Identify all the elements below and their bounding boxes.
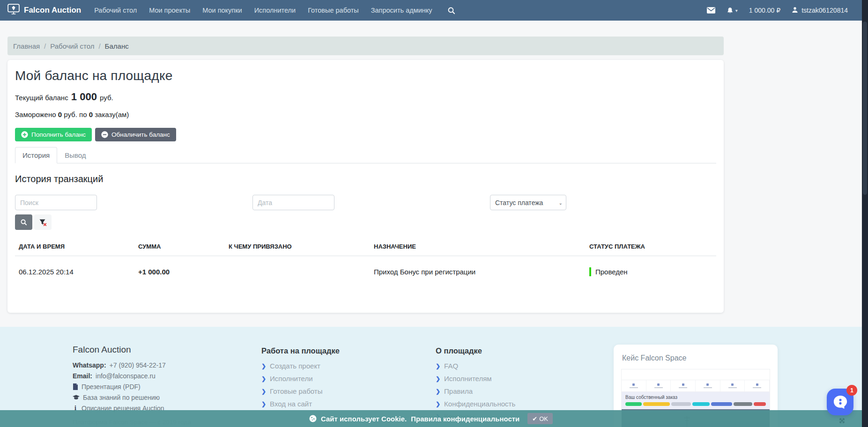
withdraw-balance-button[interactable]: Обналичить баланс: [95, 128, 176, 141]
link-faq[interactable]: FAQ: [444, 362, 458, 370]
list-item: ❯Исполнители: [261, 375, 436, 383]
filter-buttons: [15, 214, 716, 230]
cookie-banner: Сайт использует Cookie. Правила конфиден…: [0, 410, 862, 427]
brand[interactable]: Falcon Auction: [7, 4, 81, 17]
list-item: ❯Конфиденциальность: [436, 400, 614, 408]
list-item: ❯FAQ: [436, 362, 614, 370]
apply-search-button[interactable]: [15, 214, 32, 230]
nav-menu: Рабочий стол Мои проекты Мои покупки Исп…: [94, 7, 455, 15]
scrollbar[interactable]: [862, 0, 868, 427]
chevron-right-icon: ❯: [436, 375, 440, 382]
chevron-right-icon: ❯: [261, 363, 266, 369]
clear-filter-button[interactable]: [34, 214, 52, 230]
cookie-icon: [309, 415, 317, 422]
breadcrumb-current: Баланс: [105, 42, 129, 50]
mini-heading: Ваш собственный заказ: [625, 395, 766, 400]
nav-user[interactable]: tstzak06120814: [792, 7, 848, 15]
breadcrumb-desktop[interactable]: Рабочий стол: [50, 42, 94, 50]
mini-nav-item: [671, 380, 696, 391]
transactions-table: ДАТА И ВРЕМЯ СУММА К ЧЕМУ ПРИВЯЗАНО НАЗН…: [15, 237, 716, 287]
chevron-right-icon: ❯: [436, 363, 440, 369]
knowledge-base-link[interactable]: База знаний по решению: [83, 394, 160, 401]
brand-label: Falcon Auction: [24, 6, 81, 15]
link-performers[interactable]: Исполнители: [270, 375, 313, 383]
link-ready-works[interactable]: Готовые работы: [270, 387, 322, 395]
link-for-performers[interactable]: Исполнителям: [444, 375, 492, 383]
plus-circle-icon: [21, 131, 28, 138]
link-privacy[interactable]: Конфиденциальность: [444, 400, 515, 408]
nav-item-my-projects[interactable]: Мои проекты: [149, 7, 190, 14]
frozen-suffix: заказу(ам): [95, 110, 129, 118]
nav-item-desktop[interactable]: Рабочий стол: [94, 7, 137, 14]
frozen-balance-line: Заморожено 0 руб. по 0 заказу(ам): [15, 110, 716, 118]
tab-history[interactable]: История: [15, 147, 57, 163]
user-icon: [792, 7, 798, 15]
whatsapp-number[interactable]: +7 (920) 954-22-17: [110, 361, 166, 369]
cookie-ok-button[interactable]: ✔ OK: [527, 413, 553, 424]
mini-tag-pills: [625, 402, 766, 406]
breadcrumb-home[interactable]: Главная: [13, 42, 40, 50]
current-balance-currency: руб.: [100, 94, 113, 102]
balance-card: Мой баланс на площадке Текущий баланс 1 …: [7, 60, 724, 313]
nav-item-ready-works[interactable]: Готовые работы: [308, 7, 359, 14]
col-purpose: НАЗНАЧЕНИЕ: [370, 237, 586, 256]
nav-balance-value: 1 000.00 ₽: [749, 7, 780, 14]
balance-actions: Пополнить баланс Обналичить баланс: [15, 128, 716, 141]
topup-balance-button[interactable]: Пополнить баланс: [15, 128, 92, 141]
frozen-orders-count: 0: [89, 110, 93, 118]
list-item: ❯Исполнителям: [436, 375, 614, 383]
date-input[interactable]: [252, 195, 334, 210]
nav-item-performers[interactable]: Исполнители: [254, 7, 296, 14]
link-login[interactable]: Вход на сайт: [270, 400, 312, 408]
link-rules[interactable]: Правила: [444, 387, 473, 395]
notifications-bell-icon[interactable]: ▾: [727, 7, 738, 14]
mini-nav-item: [622, 380, 646, 391]
search-icon[interactable]: [447, 7, 455, 15]
presentation-link[interactable]: Презентация (PDF): [82, 383, 141, 390]
current-balance-label: Текущий баланс: [15, 94, 68, 102]
col-amount: СУММА: [134, 237, 225, 256]
scrollbar-thumb[interactable]: [863, 22, 867, 195]
list-item: ❯Правила: [436, 387, 614, 395]
frozen-mid: руб. по: [64, 110, 87, 118]
check-icon: ✔: [532, 415, 537, 422]
messages-envelope-icon[interactable]: [707, 7, 715, 14]
list-item: ❯Создать проект: [261, 362, 436, 370]
privacy-policy-link[interactable]: Правила конфиденциальности: [411, 415, 519, 423]
status-indicator: [589, 267, 591, 276]
ok-label: OK: [539, 415, 548, 422]
cell-datetime: 06.12.2025 20:14: [15, 256, 134, 287]
chevron-right-icon: ❯: [436, 388, 440, 395]
transactions-filters: Статус платежа ⌄: [15, 195, 716, 210]
chat-widget-button[interactable]: 1: [827, 389, 853, 415]
cell-status: Проведен: [586, 256, 716, 287]
search-input[interactable]: [15, 195, 97, 210]
payment-status-select[interactable]: Статус платежа: [490, 195, 566, 210]
breadcrumb-separator: /: [98, 42, 100, 50]
frozen-label: Заморожено: [15, 110, 56, 118]
table-row: 06.12.2025 20:14 +1 000.00 Приход Бонус …: [15, 256, 716, 287]
current-balance-value: 1 000: [70, 91, 98, 103]
chat-unread-badge: 1: [846, 385, 857, 396]
chevron-right-icon: ❯: [261, 388, 266, 395]
minus-circle-icon: [101, 131, 108, 138]
page-title: Мой баланс на площадке: [15, 68, 716, 83]
move-handle-icon[interactable]: [838, 417, 846, 426]
top-navbar: Falcon Auction Рабочий стол Мои проекты …: [0, 0, 862, 21]
nav-item-my-purchases[interactable]: Мои покупки: [202, 7, 242, 14]
link-create-project[interactable]: Создать проект: [270, 362, 320, 370]
cell-linked: [225, 256, 370, 287]
nav-item-request-admin[interactable]: Запросить админку: [371, 7, 432, 14]
col-linked: К ЧЕМУ ПРИВЯЗАНО: [225, 237, 370, 256]
email-value[interactable]: info@falconspace.ru: [96, 372, 156, 380]
withdraw-label: Обналичить баланс: [111, 131, 170, 138]
chevron-right-icon: ❯: [436, 401, 440, 407]
transactions-title: История транзакций: [15, 174, 716, 184]
tab-withdraw[interactable]: Вывод: [57, 147, 93, 163]
breadcrumb: Главная / Рабочий стол / Баланс: [7, 37, 724, 55]
username: tstzak06120814: [801, 7, 848, 14]
nav-balance[interactable]: 1 000.00 ₽: [749, 7, 780, 14]
filter-clear-icon: [39, 219, 47, 226]
list-item: ❯Вход на сайт: [261, 400, 436, 408]
chat-bubble-icon: [832, 394, 849, 411]
